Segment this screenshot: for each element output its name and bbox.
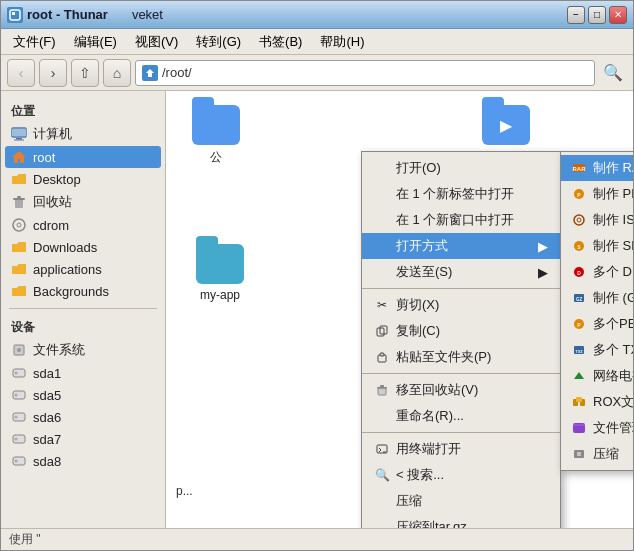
title-bar: root - Thunar veket − □ ✕: [1, 1, 633, 29]
sub-item-pet[interactable]: P 制作 PET: [561, 181, 633, 207]
sidebar-item-sda5[interactable]: sda5: [5, 384, 161, 406]
ctx-compress[interactable]: 压缩: [362, 488, 560, 514]
ctx-new-window[interactable]: 在 1 个新窗口中打开: [362, 207, 560, 233]
pcman-icon: [571, 420, 587, 436]
main-area: 位置 计算机 root Desktop: [1, 91, 633, 528]
sub-item-pcman[interactable]: 文件管理器 PCManFM: [561, 415, 633, 441]
pet-icon: P: [571, 186, 587, 202]
sub-item-iso[interactable]: 制作 ISO: [561, 207, 633, 233]
menu-edit[interactable]: 编辑(E): [66, 31, 125, 53]
trash-icon: [11, 194, 27, 210]
sidebar-item-sda1[interactable]: sda1: [5, 362, 161, 384]
sidebar-label-trash: 回收站: [33, 193, 72, 211]
sub-item-rox[interactable]: ROX文件管理器: [561, 389, 633, 415]
filesystem-icon: [11, 342, 27, 358]
svg-point-9: [13, 219, 25, 231]
new-window-icon: [374, 212, 390, 228]
sda8-icon: [11, 453, 27, 469]
ctx-terminal-label: 用终端打开: [396, 440, 461, 458]
status-bar: 使用 ": [1, 528, 633, 550]
sidebar-item-filesystem[interactable]: 文件系统: [5, 338, 161, 362]
sub-label-iso: 制作 ISO: [593, 211, 633, 229]
sidebar-item-sda7[interactable]: sda7: [5, 428, 161, 450]
address-text: /root/: [162, 65, 192, 80]
svg-text:RAR: RAR: [573, 166, 587, 172]
search-button[interactable]: 🔍: [599, 59, 627, 87]
ctx-copy[interactable]: 复制(C): [362, 318, 560, 344]
sidebar-item-cdrom[interactable]: cdrom: [5, 214, 161, 236]
sub-label-tv: 网络电视: [593, 367, 633, 385]
address-bar[interactable]: /root/: [135, 60, 595, 86]
svg-point-36: [574, 215, 584, 225]
menu-bookmarks[interactable]: 书签(B): [251, 31, 310, 53]
rar-icon: RAR: [571, 160, 587, 176]
svg-point-12: [17, 348, 21, 352]
sidebar-item-backgrounds[interactable]: Backgrounds: [5, 280, 161, 302]
title-bar-left: root - Thunar veket: [7, 7, 163, 23]
sidebar-item-sda6[interactable]: sda6: [5, 406, 161, 428]
svg-text:GZ: GZ: [576, 297, 583, 302]
ctx-divider-2: [362, 373, 560, 374]
folder-item-myapp[interactable]: my-app: [180, 240, 260, 306]
svg-text:TXZ: TXZ: [575, 349, 583, 354]
devices-title: 设备: [5, 315, 161, 338]
sub-label-compress: 压缩: [593, 445, 619, 463]
sidebar-item-root[interactable]: root: [5, 146, 161, 168]
ctx-open[interactable]: 打开(O): [362, 155, 560, 181]
sub-item-txz[interactable]: TXZ 多个 TXZ 提取: [561, 337, 633, 363]
ctx-compress-targz[interactable]: 压缩到tar.gz: [362, 514, 560, 528]
ctx-new-tab[interactable]: 在 1 个新标签中打开: [362, 181, 560, 207]
ctx-open-with[interactable]: 打开方式 ▶: [362, 233, 560, 259]
sidebar-label-sda7: sda7: [33, 432, 61, 447]
sub-item-deb[interactable]: D 多个 DEB 提取: [561, 259, 633, 285]
sidebar-item-trash[interactable]: 回收站: [5, 190, 161, 214]
sidebar-label-sda6: sda6: [33, 410, 61, 425]
minimize-button[interactable]: −: [567, 6, 585, 24]
sub-item-compress[interactable]: 压缩: [561, 441, 633, 467]
ctx-terminal[interactable]: 用终端打开: [362, 436, 560, 462]
sub-label-pet2: 多个PET 提取: [593, 315, 633, 333]
ctx-open-with-label: 打开方式: [396, 237, 448, 255]
ctx-paste[interactable]: 粘贴至文件夹(P): [362, 344, 560, 370]
menu-help[interactable]: 帮助(H): [312, 31, 372, 53]
sidebar: 位置 计算机 root Desktop: [1, 91, 166, 528]
window-app: veket: [132, 7, 163, 22]
folder-item-gong[interactable]: 公: [176, 101, 256, 170]
svg-point-20: [15, 438, 18, 441]
home-button[interactable]: ⌂: [103, 59, 131, 87]
sub-item-rar[interactable]: RAR 制作 RAR: [561, 155, 633, 181]
sidebar-item-downloads[interactable]: Downloads: [5, 236, 161, 258]
svg-text:D: D: [577, 270, 581, 276]
menu-view[interactable]: 视图(V): [127, 31, 186, 53]
sub-item-pet2[interactable]: P 多个PET 提取: [561, 311, 633, 337]
content-area: 公 ▶ 视频 my-app: [166, 91, 633, 528]
close-button[interactable]: ✕: [609, 6, 627, 24]
ctx-cut[interactable]: ✂ 剪切(X): [362, 292, 560, 318]
cdrom-icon: [11, 217, 27, 233]
sidebar-item-desktop[interactable]: Desktop: [5, 168, 161, 190]
sub-item-sfs[interactable]: S 制作 SFS: [561, 233, 633, 259]
forward-button[interactable]: ›: [39, 59, 67, 87]
tv-icon: [571, 368, 587, 384]
gong-folder-label: 公: [210, 149, 222, 166]
rox-icon: [571, 394, 587, 410]
menu-go[interactable]: 转到(G): [188, 31, 249, 53]
back-button[interactable]: ‹: [7, 59, 35, 87]
sda1-icon: [11, 365, 27, 381]
ctx-trash[interactable]: 移至回收站(V): [362, 377, 560, 403]
svg-point-18: [15, 416, 18, 419]
maximize-button[interactable]: □: [588, 6, 606, 24]
up-button[interactable]: ⇧: [71, 59, 99, 87]
ctx-submenu-arrow: ▶: [538, 239, 548, 254]
sidebar-item-sda8[interactable]: sda8: [5, 450, 161, 472]
ctx-rename[interactable]: 重命名(R)...: [362, 403, 560, 429]
sidebar-item-applications[interactable]: applications: [5, 258, 161, 280]
video-folder-icon: ▶: [482, 105, 530, 145]
ctx-search[interactable]: 🔍 < 搜索...: [362, 462, 560, 488]
sfs-icon: S: [571, 238, 587, 254]
ctx-send-to[interactable]: 发送至(S) ▶: [362, 259, 560, 285]
menu-file[interactable]: 文件(F): [5, 31, 64, 53]
sidebar-item-computer[interactable]: 计算机: [5, 122, 161, 146]
sub-item-tv[interactable]: 网络电视: [561, 363, 633, 389]
sub-item-gz[interactable]: GZ 制作 (Gz|Xz): [561, 285, 633, 311]
